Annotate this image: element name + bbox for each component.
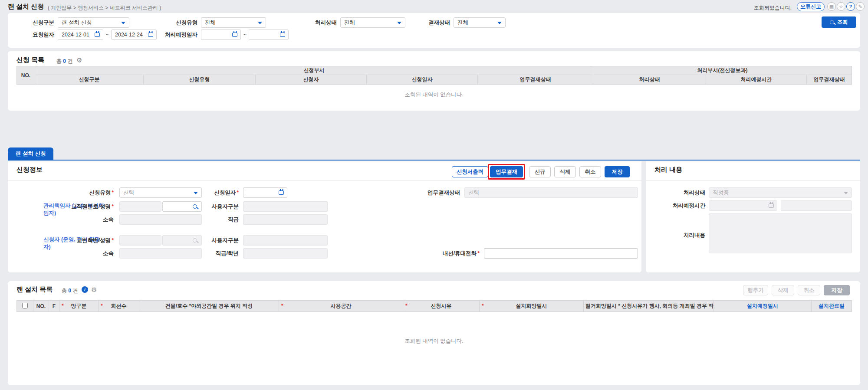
col-request-type: 신청유형 — [144, 75, 256, 85]
lan-install-table: NO. F *망구분 *회선수 건물/호수 *야외공간일 경우 위치 작성 *사… — [16, 300, 852, 312]
process-status-field-label: 처리상태 — [649, 187, 705, 198]
save-button[interactable]: 저장 — [605, 166, 630, 177]
search-button[interactable]: 조회 — [822, 16, 856, 28]
process-status-field-select: 작성중 — [709, 187, 852, 198]
position-mgr-input — [243, 214, 328, 225]
process-status-select[interactable]: 전체 — [340, 17, 405, 28]
new-button[interactable]: 신규 — [529, 166, 551, 177]
student-no-field-label: 교번학번/성명* — [49, 235, 114, 246]
request-date-to-input[interactable]: 2024-12-24 — [111, 29, 157, 40]
dept-mgr-label: 소속 — [57, 214, 114, 225]
col-install-complete-date: 설치완료일 — [812, 301, 852, 312]
lan-install-list-panel: 랜 설치 목록 총 0 건 i ⚙ 행추가 삭제 취소 저장 NO. F *망구… — [8, 281, 860, 385]
process-status-label: 처리상태 — [306, 17, 337, 28]
calendar-icon[interactable] — [232, 33, 237, 37]
search-icon — [830, 20, 834, 24]
delete-button[interactable]: 삭제 — [554, 166, 576, 177]
dept-app-label: 소속 — [57, 248, 114, 259]
section-divider — [646, 180, 860, 181]
chevron-down-icon — [844, 192, 848, 194]
lan-install-request-page: 랜 설치 신청 ( 개인업무 > 행정서비스 > 네트워크 서비스관리 ) 조회… — [0, 0, 868, 390]
phone-input[interactable] — [484, 248, 638, 259]
request-list-count: 총 0 건 — [56, 58, 72, 65]
col-group-request-dept: 신청부서 — [35, 66, 593, 75]
add-row-button[interactable]: 행추가 — [743, 285, 768, 295]
section-divider — [8, 180, 641, 181]
col-install-planned-date: 설치예정일시 — [714, 301, 812, 312]
request-date-from-input[interactable]: 2024-12-01 — [58, 29, 103, 40]
print-request-button[interactable]: 신청서출력 — [452, 166, 488, 177]
info-icon[interactable]: i — [82, 286, 88, 293]
row-cancel-button[interactable]: 취소 — [798, 285, 820, 295]
row-delete-button[interactable]: 삭제 — [772, 285, 794, 295]
required-mark: * — [482, 303, 484, 309]
calendar-icon[interactable] — [148, 33, 153, 37]
phone-field-label: 내선/휴대전화* — [417, 248, 480, 259]
student-no-input — [119, 235, 161, 246]
request-category-select[interactable]: 랜 설치 신청 — [58, 17, 129, 28]
calendar-icon[interactable] — [95, 33, 100, 37]
gear-icon[interactable]: ⚙ — [91, 286, 97, 293]
request-category-label: 신청구분 — [24, 17, 54, 28]
staff-no-field-label: 교직원번호/성명* — [49, 201, 114, 212]
required-mark: * — [62, 303, 64, 309]
lan-install-list-title: 랜 설치 목록 — [16, 285, 53, 294]
col-group-process-dept: 처리부서(전산정보과) — [593, 66, 852, 75]
workflow-status-field-input: 선택 — [464, 187, 638, 198]
process-content-panel: 처리 내용 처리상태 작성중 처리예정시간 처리내용 — [646, 161, 860, 272]
process-due-to-input[interactable] — [249, 29, 289, 40]
gear-icon[interactable]: ⚙ — [76, 57, 82, 63]
edit-icon[interactable]: ✎ — [856, 2, 865, 11]
chevron-down-icon — [397, 22, 401, 24]
process-content-label: 처리내용 — [649, 230, 705, 240]
required-mark: * — [101, 303, 103, 309]
search-filter-panel: 신청구분 랜 설치 신청 신청유형 전체 처리상태 전체 결재상태 전체 조회 … — [8, 13, 860, 48]
required-mark: * — [112, 190, 114, 196]
calendar-icon[interactable] — [279, 190, 284, 195]
user-type-mgr-input — [243, 201, 328, 212]
tab-underline — [8, 160, 860, 161]
calendar-icon[interactable] — [280, 33, 285, 37]
approval-status-select[interactable]: 전체 — [454, 17, 506, 28]
star-icon[interactable]: ☆ — [837, 2, 845, 11]
staff-no-input — [119, 201, 161, 212]
breadcrumb: ( 개인업무 > 행정서비스 > 네트워크 서비스관리 ) — [48, 4, 161, 12]
request-date-field-input[interactable] — [243, 187, 287, 198]
col-network-type: *망구분 — [59, 301, 99, 312]
error-report-button[interactable]: 오류신고 — [797, 2, 825, 11]
col-applicant: 신청자 — [256, 75, 367, 85]
process-due-date-input — [709, 200, 777, 211]
request-type-field-label: 신청유형* — [57, 187, 114, 198]
user-type-app-input — [243, 235, 328, 246]
request-date-field-label: 신청일자* — [182, 187, 239, 198]
col-install-hope-date: *설치희망일시 — [480, 301, 584, 312]
col-line-count: *회선수 — [99, 301, 139, 312]
request-type-label: 신청유형 — [167, 17, 197, 28]
select-all-checkbox[interactable] — [22, 303, 28, 308]
process-due-from-input[interactable] — [201, 29, 241, 40]
col-removal-hope-date: 철거희망일시 * 신청사유가 행사, 회의등 개최일 경우 작성 — [584, 301, 714, 312]
required-mark: * — [112, 203, 114, 210]
request-list-title: 신청 목록 — [16, 56, 44, 64]
date-range-separator: ~ — [243, 29, 247, 40]
col-workflow-status2: 업무결재상태 — [807, 75, 852, 85]
status-message: 조회되었습니다. — [754, 4, 792, 12]
request-type-select[interactable]: 전체 — [201, 17, 266, 28]
workflow-approval-button[interactable]: 업무결재 — [490, 166, 523, 177]
screen-icon[interactable]: ▦ — [827, 2, 836, 11]
col-request-reason: *신청사유 — [403, 301, 480, 312]
tab-lan-install-request[interactable]: 랜 설치 신청 — [8, 147, 53, 160]
position-mgr-label: 직급 — [182, 214, 239, 225]
required-mark: * — [112, 237, 114, 243]
col-request-date: 신청일자 — [367, 75, 478, 85]
lan-install-empty-message: 조회된 내역이 없습니다. — [8, 338, 860, 345]
user-type-app-label: 사용자구분 — [182, 235, 239, 246]
required-mark: * — [405, 303, 408, 309]
col-request-category: 신청구분 — [35, 75, 144, 85]
required-mark: * — [281, 303, 283, 309]
help-icon[interactable]: ? — [846, 2, 855, 11]
process-content-title: 처리 내용 — [654, 166, 682, 174]
cancel-button[interactable]: 취소 — [579, 166, 601, 177]
row-save-button[interactable]: 저장 — [824, 285, 850, 295]
col-process-status: 처리상태 — [593, 75, 706, 85]
